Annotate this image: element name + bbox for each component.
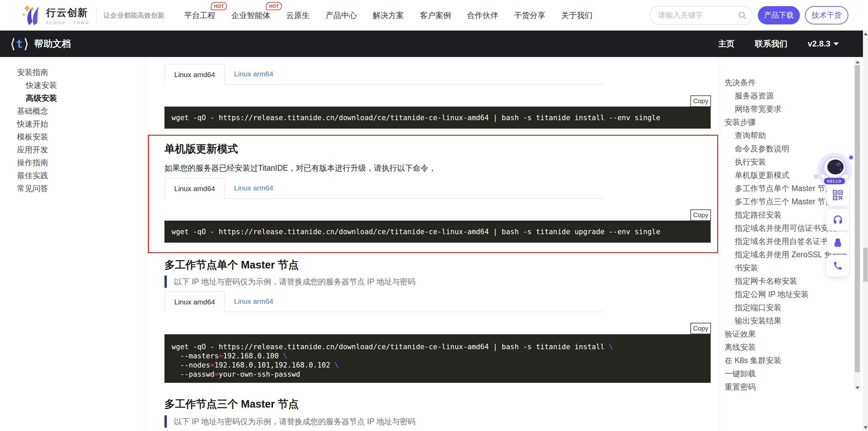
tab-linux-amd64[interactable]: Linux amd64 xyxy=(164,178,225,199)
code-text: wget -qO - https://release.titanide.cn/d… xyxy=(172,343,609,351)
tab-linux-arm64[interactable]: Linux arm64 xyxy=(225,291,282,312)
code-flag: --passwd xyxy=(172,370,214,378)
nav-item-partners[interactable]: 合作伙伴 xyxy=(467,10,498,21)
nav-item-about-us[interactable]: 关于我们 xyxy=(561,10,592,21)
nav-item-solutions[interactable]: 解决方案 xyxy=(373,10,404,21)
search-box[interactable] xyxy=(649,6,753,25)
toc-item-verify[interactable]: 验证效果 xyxy=(719,327,863,341)
sidebar-item-best-practices[interactable]: 最佳实践 xyxy=(0,169,144,182)
hot-badge: HOT xyxy=(211,2,227,10)
code-equals: = xyxy=(214,370,219,378)
sidebar-item-quick-install[interactable]: 快速安装 xyxy=(0,79,144,92)
toc-item-query-help[interactable]: 查询帮助 xyxy=(719,129,849,142)
nav-item-label: 企业智能体 xyxy=(231,11,270,20)
brand-text: 行云创新 CLOUD · TOGO xyxy=(46,6,90,25)
tabbar-multi-single: Linux amd64 Linux arm64 xyxy=(164,292,604,312)
tab-linux-amd64[interactable]: Linux amd64 xyxy=(164,64,225,85)
update-mode-paragraph: 如果您的服务器已经安装过TitanIDE，对已有版本进行升级，请执行以下命令， xyxy=(164,163,436,173)
content-area: Linux amd64 Linux arm64 Copy wget -qO - … xyxy=(144,57,719,431)
sidebar-item-basic-concepts[interactable]: 基础概念 xyxy=(0,105,144,117)
hot-badge: HOT xyxy=(266,2,282,10)
headset-icon xyxy=(832,214,843,225)
doc-logo[interactable]: ⟨ t ⟩ xyxy=(10,37,29,51)
tab-linux-arm64[interactable]: Linux arm64 xyxy=(225,178,282,198)
tech-insights-button[interactable]: 技术干货 xyxy=(805,6,848,24)
sidebar-item-app-development[interactable]: 应用开发 xyxy=(0,143,144,156)
toc-scrollbar[interactable] xyxy=(854,59,861,391)
sidebar-item-quick-start[interactable]: 快速开始 xyxy=(0,117,144,130)
docbar-home-link[interactable]: 主页 xyxy=(718,38,734,49)
toc-scrollbar-thumb[interactable] xyxy=(855,65,860,372)
copy-button[interactable]: Copy xyxy=(690,95,711,107)
code-value: 192.168.0.100 xyxy=(223,352,283,360)
sidebar-item-install-guide[interactable]: 安装指南 xyxy=(0,66,144,79)
toc-item-offline-install[interactable]: 离线安装 xyxy=(719,341,863,354)
code-continuation: \ xyxy=(609,343,613,351)
toc-item-reset-password[interactable]: 重置密码 xyxy=(719,380,863,394)
toc-item-custom-port[interactable]: 指定端口安装 xyxy=(719,301,849,314)
toc-item-install-steps[interactable]: 安装步骤 xyxy=(719,116,863,129)
search-icon[interactable] xyxy=(738,11,747,20)
code-equals: = xyxy=(219,352,223,360)
phone-icon xyxy=(833,261,843,271)
sidebar-item-advanced-install[interactable]: 高级安装 xyxy=(0,92,144,105)
code-continuation: \ xyxy=(283,352,288,360)
page-scrollbar[interactable] xyxy=(863,31,868,431)
qq-penguin-icon xyxy=(832,237,843,248)
product-download-button[interactable]: 产品下载 xyxy=(758,6,800,24)
code-equals: = xyxy=(210,361,215,369)
code-text: wget -qO - https://release.titanide.cn/d… xyxy=(172,114,660,122)
qq-contact-widget-button[interactable] xyxy=(827,232,849,254)
scroll-up-arrow[interactable] xyxy=(855,61,860,63)
nav-item-label: 干货分享 xyxy=(514,11,545,20)
code-value: 192.168.0.101,192.168.0.102 xyxy=(214,361,334,369)
customer-service-widget-button[interactable] xyxy=(827,209,849,231)
sidebar-item-template-install[interactable]: 模板安装 xyxy=(0,130,144,143)
brand-subtitle: CLOUD · TOGO xyxy=(46,21,90,25)
nav-item-enterprise-agent[interactable]: 企业智能体 HOT xyxy=(231,10,270,21)
tab-linux-amd64[interactable]: Linux amd64 xyxy=(164,291,225,312)
toc-item-uninstall[interactable]: 一键卸载 xyxy=(719,367,863,380)
copy-button[interactable]: Copy xyxy=(690,209,711,221)
toc-item-output-result[interactable]: 输出安装结果 xyxy=(719,314,849,327)
sidebar-item-operation-guide[interactable]: 操作指南 xyxy=(0,156,144,169)
brand-logo-icon xyxy=(21,4,43,26)
nav-item-label: 产品中心 xyxy=(326,11,357,20)
left-sidebar: 安装指南 快速安装 高级安装 基础概念 快速开始 模板安装 应用开发 操作指南 … xyxy=(0,57,144,431)
search-input[interactable] xyxy=(658,11,738,20)
toc-item-server-resources[interactable]: 服务器资源 xyxy=(719,89,849,102)
copy-button[interactable]: Copy xyxy=(690,323,711,334)
version-dropdown[interactable]: v2.8.3 xyxy=(808,39,839,49)
nav-item-label: 合作伙伴 xyxy=(467,11,498,20)
nav-item-label: 解决方案 xyxy=(373,11,404,20)
nav-item-customer-cases[interactable]: 客户案例 xyxy=(420,10,451,21)
nav-right-group: 产品下载 技术干货 xyxy=(649,6,848,25)
docbar-contact-link[interactable]: 联系我们 xyxy=(755,38,787,49)
toc-item-public-ip[interactable]: 指定公网 IP 地址安装 xyxy=(719,288,849,301)
scroll-up-arrow[interactable] xyxy=(864,33,868,35)
nav-item-cloud-native[interactable]: 云原生 xyxy=(286,10,310,21)
nav-item-product-center[interactable]: 产品中心 xyxy=(326,10,357,21)
nav-item-platform-engineering[interactable]: 平台工程 HOT xyxy=(184,10,215,21)
tabbar-install: Linux amd64 Linux arm64 xyxy=(164,64,604,85)
phone-contact-widget-button[interactable] xyxy=(827,255,849,277)
nav-item-label: 关于我们 xyxy=(561,11,592,20)
code-flag: --nodes xyxy=(172,361,210,369)
tab-linux-arm64[interactable]: Linux arm64 xyxy=(225,64,282,84)
scroll-down-arrow[interactable] xyxy=(864,426,868,429)
toc-item-prerequisites[interactable]: 先决条件 xyxy=(719,76,863,89)
docbar-right-group: 主页 联系我们 v2.8.3 xyxy=(718,38,839,49)
section-heading-multi-single-master: 多工作节点单个 Master 节点 xyxy=(164,258,299,272)
code-value: your-own-ssh-passwd xyxy=(219,370,300,378)
section-heading-multi-three-master: 多工作节点三个 Master 节点 xyxy=(164,397,299,411)
qrcode-widget-button[interactable] xyxy=(827,184,849,206)
toc-item-bandwidth[interactable]: 网络带宽要求 xyxy=(719,102,849,116)
sidebar-item-faq[interactable]: 常见问答 xyxy=(0,182,144,195)
page-scrollbar-thumb[interactable] xyxy=(863,248,868,282)
brand-tagline: 让企业都能高效创新 xyxy=(103,11,164,20)
nav-item-insights[interactable]: 干货分享 xyxy=(514,10,545,21)
scroll-down-arrow[interactable] xyxy=(855,387,860,389)
brand-name: 行云创新 xyxy=(46,6,90,20)
toc-item-nic-name[interactable]: 指定网卡名称安装 xyxy=(719,275,849,288)
toc-item-k8s-cluster[interactable]: 在 K8s 集群安装 xyxy=(719,354,863,367)
